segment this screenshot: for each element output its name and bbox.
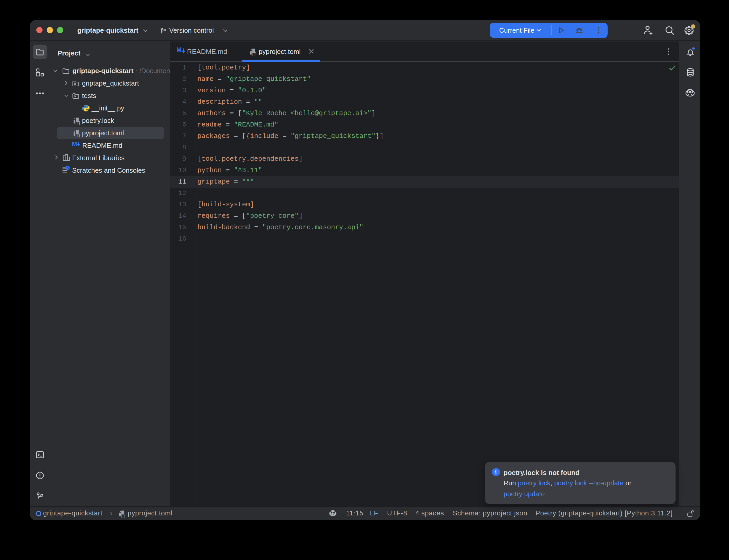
svg-text:[T]: [T] [252, 52, 256, 56]
svg-text:[T]: [T] [121, 513, 125, 517]
